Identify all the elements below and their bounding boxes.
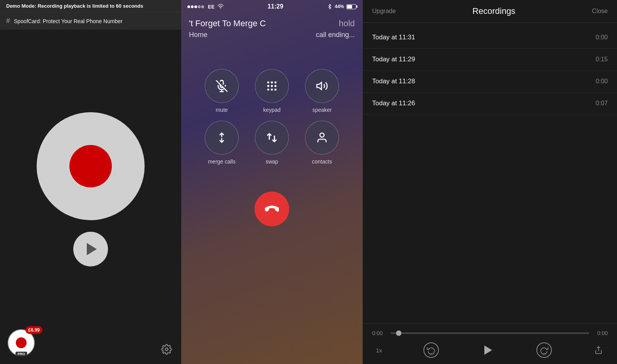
hash-icon: #	[6, 17, 10, 25]
recording-time: Today at 11:29	[372, 56, 415, 63]
phone-screen: EE 11:29 44% 't Forget To Merge C hold H…	[181, 0, 362, 364]
call-header: 't Forget To Merge C hold Home call endi…	[181, 13, 362, 42]
call-buttons-grid: mute keypad speaker	[181, 54, 362, 172]
contacts-icon	[316, 131, 328, 144]
merge-calls-circle	[205, 121, 239, 155]
mute-circle	[205, 69, 239, 103]
contacts-button[interactable]: contacts	[301, 121, 343, 165]
contacts-label: contacts	[312, 158, 332, 165]
recording-item[interactable]: Today at 11:31 0:00	[363, 27, 617, 49]
progress-track[interactable]	[391, 332, 589, 334]
swap-button[interactable]: swap	[251, 121, 293, 165]
record-button[interactable]	[37, 112, 145, 220]
progress-thumb[interactable]	[396, 330, 401, 336]
play-button[interactable]	[73, 232, 108, 266]
recording-duration: 0:00	[596, 78, 608, 85]
pro-label: PRO	[15, 352, 27, 356]
svg-point-4	[267, 81, 269, 83]
recording-duration: 0:15	[596, 56, 608, 63]
status-left: EE	[187, 3, 224, 10]
spoof-bar[interactable]: # SpoofCard: Protect Your Real Phone Num…	[0, 12, 181, 30]
play-icon	[87, 243, 97, 255]
svg-point-11	[271, 89, 273, 91]
svg-point-14	[320, 133, 324, 137]
home-label: Home	[189, 31, 207, 39]
recording-item[interactable]: Today at 11:29 0:15	[363, 49, 617, 71]
merge-calls-icon	[216, 131, 228, 144]
speaker-button[interactable]: speaker	[301, 69, 343, 113]
keypad-icon	[266, 80, 278, 92]
pro-red-dot	[16, 337, 27, 348]
keypad-label: keypad	[263, 107, 280, 113]
wifi-icon	[217, 3, 224, 10]
gear-icon	[161, 344, 172, 355]
rewind-seconds: 15	[430, 353, 433, 356]
price-badge: £6.99	[25, 326, 42, 334]
call-subtitle: Home call ending...	[189, 31, 355, 39]
demo-text: Recording playback is limited to 60 seco…	[38, 3, 143, 9]
recording-duration: 0:07	[596, 100, 608, 107]
recording-duration: 0:00	[596, 34, 608, 41]
current-time: 0:00	[372, 330, 386, 336]
speaker-icon	[316, 80, 328, 92]
clock: 11:29	[268, 3, 283, 10]
carrier-label: EE	[208, 4, 214, 10]
pro-badge-area: £6.99 PRO	[8, 329, 35, 356]
share-icon	[594, 346, 603, 354]
end-call-area	[181, 192, 362, 226]
forward-button[interactable]: 15	[536, 342, 552, 358]
merge-calls-label: merge calls	[208, 158, 236, 165]
svg-point-6	[275, 81, 276, 83]
battery-percent: 44%	[335, 4, 344, 9]
end-call-button[interactable]	[255, 192, 289, 226]
recording-item[interactable]: Today at 11:28 0:00	[363, 71, 617, 93]
mute-icon	[216, 80, 228, 92]
mute-label: mute	[216, 107, 228, 113]
hold-label: hold	[339, 19, 355, 29]
total-time: 0:00	[594, 330, 608, 336]
end-call-icon	[265, 202, 279, 216]
share-button[interactable]	[593, 345, 604, 356]
speaker-circle	[305, 69, 339, 103]
keypad-circle	[255, 69, 289, 103]
demo-banner: Demo Mode: Recording playback is limited…	[0, 0, 181, 12]
recordings-title: Recordings	[472, 6, 515, 16]
recording-time: Today at 11:31	[372, 34, 415, 41]
upgrade-button[interactable]: Upgrade	[372, 8, 396, 15]
recordings-header: Upgrade Recordings Close	[363, 0, 617, 23]
merge-calls-button[interactable]: merge calls	[201, 121, 243, 165]
player-play-button[interactable]	[480, 342, 495, 358]
keypad-button[interactable]: keypad	[251, 69, 293, 113]
recording-item[interactable]: Today at 11:26 0:07	[363, 93, 617, 115]
recordings-list: Today at 11:31 0:00 Today at 11:29 0:15 …	[363, 23, 617, 324]
svg-point-7	[267, 85, 269, 87]
svg-point-5	[271, 81, 273, 83]
close-button[interactable]: Close	[592, 8, 608, 15]
signal-icon	[187, 5, 204, 8]
recording-time: Today at 11:28	[372, 78, 415, 85]
mute-button[interactable]: mute	[201, 69, 243, 113]
contacts-circle	[305, 121, 339, 155]
swap-circle	[255, 121, 289, 155]
bluetooth-icon	[327, 4, 332, 9]
record-dot	[69, 145, 112, 187]
settings-button[interactable]	[160, 342, 174, 356]
svg-marker-13	[317, 83, 322, 90]
progress-bar-area: 0:00 0:00	[372, 330, 608, 336]
status-right: 44%	[327, 4, 356, 9]
call-ending-label: call ending...	[316, 31, 355, 39]
spoof-text: SpoofCard: Protect Your Real Phone Numbe…	[14, 18, 123, 24]
svg-point-12	[275, 89, 276, 91]
left-panel: Demo Mode: Recording playback is limited…	[0, 0, 181, 364]
svg-point-8	[271, 85, 273, 87]
status-bar: EE 11:29 44%	[181, 0, 362, 13]
svg-point-10	[267, 89, 269, 91]
svg-point-0	[165, 348, 168, 351]
right-panel: Upgrade Recordings Close Today at 11:31 …	[362, 0, 617, 364]
battery-icon	[346, 4, 356, 9]
svg-point-9	[275, 85, 276, 87]
rewind-button[interactable]: 15	[423, 342, 439, 358]
speed-button[interactable]: 1x	[376, 347, 382, 354]
swap-label: swap	[266, 158, 278, 165]
recording-time: Today at 11:26	[372, 99, 415, 107]
